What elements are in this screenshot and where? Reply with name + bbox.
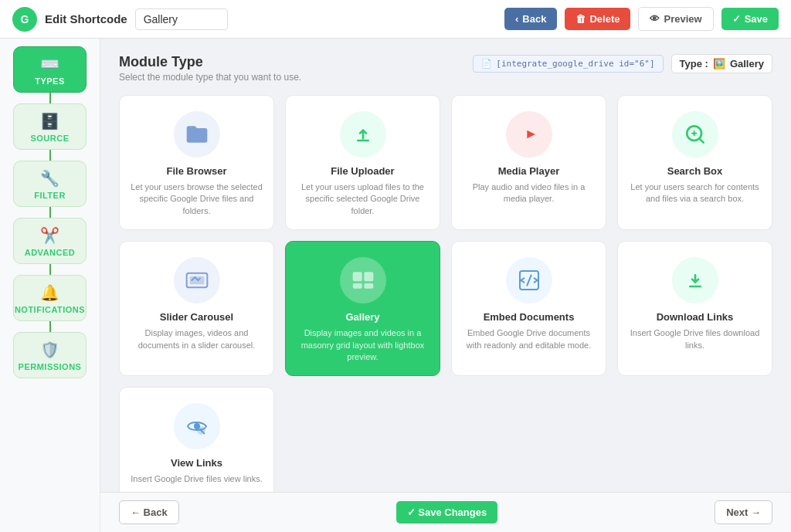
sidebar-connector-1 xyxy=(49,93,51,103)
shortcode-badge: 📄 [integrate_google_drive id="6"] xyxy=(473,55,663,73)
sidebar-label-types: TYPES xyxy=(35,76,65,86)
gallery-desc: Display images and videos in a masonry g… xyxy=(295,327,430,363)
notifications-icon: 🔔 xyxy=(40,283,59,302)
back-button[interactable]: ‹ Back xyxy=(504,8,557,30)
card-file-browser[interactable]: File Browser Let your users browse the s… xyxy=(119,95,274,230)
upload-icon xyxy=(351,122,375,147)
embed-documents-desc: Embed Google Drive documents with readon… xyxy=(461,327,596,351)
type-badge: Type : 🖼️ Gallery xyxy=(671,54,772,73)
footer-back-button[interactable]: ← Back xyxy=(119,500,179,524)
sidebar-connector-2 xyxy=(49,150,51,161)
search-box-title: Search Box xyxy=(667,165,723,177)
shortcode-name-input[interactable] xyxy=(135,8,228,30)
svg-rect-8 xyxy=(352,283,362,289)
card-file-uploader[interactable]: File Uploader Let your users upload file… xyxy=(285,95,440,230)
download-icon-wrap xyxy=(672,257,718,303)
card-embed-documents[interactable]: Embed Documents Embed Google Drive docum… xyxy=(451,241,606,376)
card-download-links[interactable]: Download Links Insert Google Drive files… xyxy=(617,241,772,376)
view-icon xyxy=(185,414,209,439)
card-view-links[interactable]: View Links Insert Google Drive files vie… xyxy=(119,387,274,492)
file-uploader-title: File Uploader xyxy=(331,165,394,177)
slider-carousel-title: Slider Carousel xyxy=(160,311,233,323)
gallery-type-icon: 🖼️ xyxy=(713,58,725,69)
play-icon xyxy=(517,122,541,147)
module-type-title: Module Type xyxy=(119,54,301,70)
folder-icon xyxy=(185,122,209,147)
type-value: Gallery xyxy=(730,58,764,69)
preview-button[interactable]: 👁 Preview xyxy=(638,7,713,31)
embed-icon xyxy=(517,268,541,293)
media-player-icon-wrap xyxy=(506,111,552,158)
types-icon: ⌨️ xyxy=(40,55,59,73)
source-icon: 🗄️ xyxy=(40,112,59,130)
module-type-right: 📄 [integrate_google_drive id="6"] Type :… xyxy=(473,54,772,73)
download-icon xyxy=(683,268,708,293)
search-icon xyxy=(683,122,708,147)
sidebar-connector-5 xyxy=(49,321,51,332)
svg-rect-6 xyxy=(352,273,362,282)
embed-icon-wrap xyxy=(506,257,552,303)
sidebar: ⌨️ TYPES 🗄️ SOURCE 🔧 FILTER ✂️ ADVANCED … xyxy=(0,39,100,532)
download-links-title: Download Links xyxy=(657,311,734,323)
filter-icon: 🔧 xyxy=(40,169,59,188)
slider-carousel-desc: Display images, videos and documents in … xyxy=(129,327,264,351)
permissions-icon: 🛡️ xyxy=(40,341,59,359)
card-search-box[interactable]: Search Box Let your users search for con… xyxy=(617,95,772,230)
save-button[interactable]: ✓ Save xyxy=(721,8,779,30)
drive-icon: 📄 xyxy=(481,59,492,69)
sidebar-label-source: SOURCE xyxy=(30,134,69,143)
header: G Edit Shortcode ‹ Back 🗑 Delete 👁 Previ… xyxy=(0,0,791,39)
page-title: Edit Shortcode xyxy=(45,12,127,25)
svg-rect-7 xyxy=(364,273,373,282)
gallery-icon-wrap xyxy=(340,257,386,303)
sidebar-item-permissions[interactable]: 🛡️ PERMISSIONS xyxy=(13,332,87,378)
embed-documents-title: Embed Documents xyxy=(484,311,575,323)
card-media-player[interactable]: Media Player Play audio and video files … xyxy=(451,95,606,230)
svg-rect-9 xyxy=(364,283,373,289)
slider-icon xyxy=(185,268,209,293)
main-content: Module Type Select the module type that … xyxy=(100,39,791,492)
file-browser-title: File Browser xyxy=(166,165,226,177)
gallery-icon xyxy=(351,268,375,293)
delete-button[interactable]: 🗑 Delete xyxy=(565,8,630,30)
file-browser-icon-wrap xyxy=(174,111,220,158)
file-uploader-icon-wrap xyxy=(340,111,386,158)
sidebar-item-filter[interactable]: 🔧 FILTER xyxy=(13,161,87,207)
view-links-desc: Insert Google Drive files view links. xyxy=(131,473,263,485)
sidebar-item-advanced[interactable]: ✂️ ADVANCED xyxy=(13,218,87,264)
view-links-title: View Links xyxy=(171,457,222,469)
file-browser-desc: Let your users browse the selected speci… xyxy=(129,181,264,217)
search-box-desc: Let your users search for contents and f… xyxy=(627,181,762,205)
sidebar-connector-3 xyxy=(49,207,51,218)
cards-grid: File Browser Let your users browse the s… xyxy=(119,95,772,492)
sidebar-label-permissions: PERMISSIONS xyxy=(19,362,82,371)
sidebar-label-filter: FILTER xyxy=(34,191,66,200)
type-label: Type : xyxy=(680,58,708,69)
sidebar-item-types[interactable]: ⌨️ TYPES xyxy=(13,46,87,93)
card-slider-carousel[interactable]: Slider Carousel Display images, videos a… xyxy=(119,241,274,376)
back-icon: ‹ xyxy=(515,13,518,25)
sidebar-item-source[interactable]: 🗄️ SOURCE xyxy=(13,103,87,150)
delete-icon: 🗑 xyxy=(575,13,586,25)
sidebar-connector-4 xyxy=(49,264,51,275)
card-gallery[interactable]: Gallery Display images and videos in a m… xyxy=(285,241,440,376)
preview-icon: 👁 xyxy=(650,13,660,25)
slider-icon-wrap xyxy=(174,257,220,303)
sidebar-label-advanced: ADVANCED xyxy=(25,248,76,257)
footer: ← Back ✓ Save Changes Next → xyxy=(100,492,791,532)
sidebar-item-notifications[interactable]: 🔔 NOTIFICATIONS xyxy=(13,275,87,321)
file-uploader-desc: Let your users upload files to the speci… xyxy=(295,181,430,217)
view-icon-wrap xyxy=(174,403,220,449)
advanced-icon: ✂️ xyxy=(40,226,59,245)
media-player-desc: Play audio and video files in a media pl… xyxy=(461,181,596,205)
module-type-header: Module Type Select the module type that … xyxy=(119,54,772,83)
save-icon: ✓ xyxy=(732,13,741,25)
download-links-desc: Insert Google Drive files download links… xyxy=(627,327,762,351)
next-button[interactable]: Next → xyxy=(715,500,772,524)
save-changes-button[interactable]: ✓ Save Changes xyxy=(396,501,498,524)
gallery-title: Gallery xyxy=(345,311,379,323)
logo-icon: G xyxy=(12,7,37,32)
layout: ⌨️ TYPES 🗄️ SOURCE 🔧 FILTER ✂️ ADVANCED … xyxy=(0,39,791,532)
sidebar-label-notifications: NOTIFICATIONS xyxy=(15,305,85,314)
module-type-subtitle: Select the module type that you want to … xyxy=(119,72,301,83)
